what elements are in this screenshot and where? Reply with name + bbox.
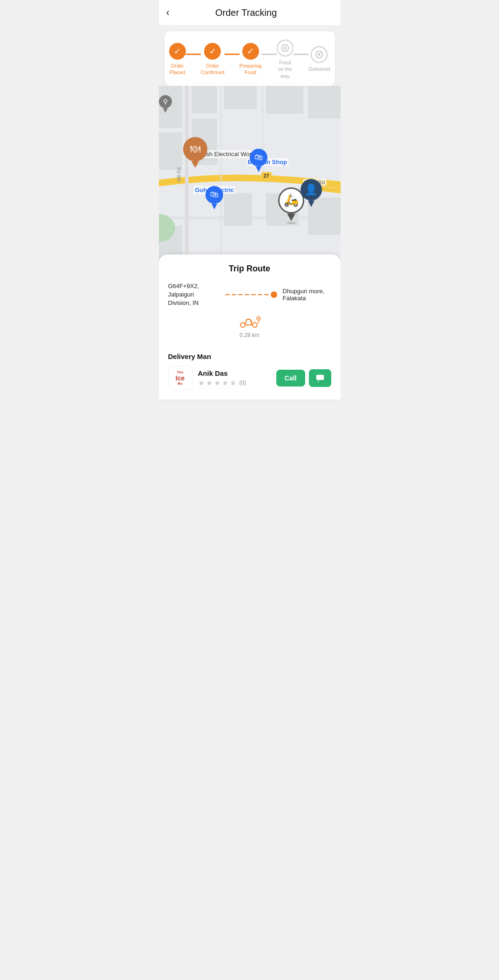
svg-point-23: [253, 323, 257, 327]
distance-text: 0.28 km: [239, 332, 260, 338]
delivery-man-row: The Ice Bu Anik Das ★ ★ ★ ★ ★ (0): [168, 366, 331, 390]
check-icon: ✓: [174, 46, 181, 56]
step-circle-preparing: ✓: [242, 43, 259, 60]
map[interactable]: akash Electrical Works Barman Shop Guha …: [159, 86, 341, 263]
route-end-dot: [271, 291, 277, 298]
delivery-man-title: Delivery Man: [168, 352, 331, 360]
star-4: ★: [222, 379, 228, 387]
step-food-on-way: Food on theway: [277, 40, 294, 79]
svg-rect-5: [185, 86, 189, 263]
progress-steps: ✓ Order Placed ✓ OrderConfirmed ✓ Prepar…: [169, 40, 330, 79]
check-icon-3: ✓: [247, 46, 254, 56]
dash-7: [264, 294, 269, 295]
svg-point-25: [258, 318, 259, 319]
trip-title: Trip Route: [168, 264, 331, 274]
trip-panel: Trip Route G64F+9X2,JalpaiguriDivision, …: [159, 255, 341, 400]
star-3: ★: [214, 379, 220, 387]
shop-pin: 🛍: [250, 149, 267, 172]
step-preparing-food: ✓ PreparingFood: [239, 43, 262, 76]
page-title: Order Tracking: [175, 7, 317, 18]
connector-3: [261, 54, 276, 55]
route-destination: Dhupguri more, Falakata: [283, 288, 331, 302]
route-row: G64F+9X2,JalpaiguriDivision, IN Dhupguri…: [168, 282, 331, 308]
dash-1: [225, 294, 230, 295]
map-badge-27: 27: [261, 172, 272, 179]
connector-1: [186, 54, 201, 55]
connector-2: [225, 54, 239, 55]
svg-point-22: [240, 323, 245, 327]
step-circle-order-confirmed: ✓: [204, 43, 221, 60]
restaurant-pin-tail: [191, 161, 199, 168]
step-label-delivered: Delivered: [308, 66, 330, 72]
electric-pin: 🛍: [205, 186, 223, 209]
delivery-info: Anik Das ★ ★ ★ ★ ★ (0): [198, 369, 271, 387]
distance-row: 0.28 km: [168, 313, 331, 338]
step-label-order-placed: Order Placed: [169, 62, 186, 76]
dash-6: [258, 294, 262, 295]
step-order-placed: ✓ Order Placed: [169, 43, 186, 76]
svg-rect-16: [308, 86, 341, 118]
step-order-confirmed: ✓ OrderConfirmed: [201, 43, 225, 76]
route-line: [225, 291, 277, 298]
svg-rect-15: [266, 86, 303, 114]
dash-2: [232, 294, 236, 295]
rating-count: (0): [239, 380, 246, 386]
delivery-man-section: Delivery Man The Ice Bu Anik Das ★ ★ ★ ★: [168, 346, 331, 395]
electric-pin-icon: 🛍: [205, 186, 223, 204]
svg-rect-14: [224, 86, 257, 109]
star-1: ★: [198, 379, 205, 387]
back-button[interactable]: ‹: [166, 7, 170, 19]
progress-tracker: ✓ Order Placed ✓ OrderConfirmed ✓ Prepar…: [164, 31, 335, 86]
delivery-avatar: The Ice Bu: [168, 366, 192, 390]
user-pin-icon: 👤: [301, 179, 322, 200]
svg-point-1: [284, 47, 286, 49]
location-pin: [159, 95, 172, 113]
star-2: ★: [206, 379, 212, 387]
svg-rect-11: [159, 132, 182, 170]
action-buttons: Call: [276, 369, 331, 387]
electric-pin-tail: [212, 204, 217, 209]
dash-5: [251, 294, 256, 295]
location-pin-tail: [163, 108, 168, 113]
stars-row: ★ ★ ★ ★ ★ (0): [198, 379, 271, 387]
svg-rect-26: [316, 375, 323, 380]
dash-4: [245, 294, 249, 295]
step-label-order-confirmed: OrderConfirmed: [201, 62, 225, 76]
step-delivered: Delivered: [308, 46, 330, 72]
shop-pin-tail: [256, 166, 261, 172]
chat-button[interactable]: [309, 369, 331, 387]
step-circle-delivered: [311, 46, 328, 63]
delivery-name: Anik Das: [198, 369, 271, 377]
step-circle-order-placed: ✓: [169, 43, 186, 60]
location-pin-icon: [159, 95, 172, 108]
user-pin-tail: [308, 200, 314, 207]
delivery-pin-shadow: [287, 222, 296, 224]
dash-3: [238, 294, 243, 295]
restaurant-pin: 🍽: [183, 137, 207, 168]
step-circle-food-on-way: [277, 40, 294, 56]
restaurant-pin-icon: 🍽: [183, 137, 207, 161]
check-icon-2: ✓: [209, 46, 216, 56]
svg-rect-17: [224, 193, 252, 226]
step-label-preparing: PreparingFood: [239, 62, 262, 76]
svg-point-3: [318, 54, 321, 56]
user-pin: 👤: [301, 179, 322, 207]
map-label-mill-rd: Mill Rd: [176, 167, 181, 182]
star-5: ★: [230, 379, 236, 387]
avatar-logo-text: The Ice Bu: [176, 371, 185, 386]
svg-rect-7: [219, 86, 222, 263]
distance-icon: [238, 313, 261, 331]
header: ‹ Order Tracking: [159, 0, 341, 26]
connector-4: [294, 54, 308, 55]
step-label-food-on-way: Food on theway: [277, 59, 294, 79]
svg-rect-10: [191, 86, 217, 114]
svg-point-21: [164, 99, 167, 103]
shop-pin-icon: 🛍: [250, 149, 267, 166]
delivery-pin-tail: [287, 214, 295, 221]
call-button[interactable]: Call: [276, 370, 305, 386]
route-origin: G64F+9X2,JalpaiguriDivision, IN: [168, 282, 219, 308]
